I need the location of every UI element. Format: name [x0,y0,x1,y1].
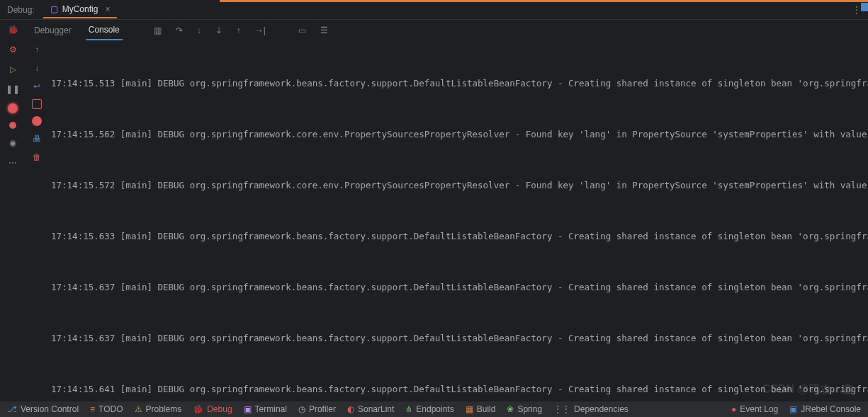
debug-toolwindow-header: Debug: ▢ MyConfig × ⋮ [0,0,868,20]
run-config-tab[interactable]: ▢ MyConfig × [43,1,118,18]
soft-wrap-icon[interactable]: ↩ [31,81,43,92]
status-problems[interactable]: ⚠Problems [135,404,182,414]
status-debug[interactable]: 🐞Debug [193,404,232,414]
layout-icon[interactable]: ▥ [152,25,163,35]
log-line: 17:14:15.637 [main] DEBUG org.springfram… [51,279,868,296]
progress-bar-top [220,0,868,2]
debug-label: Debug: [7,5,35,15]
status-build[interactable]: ▦Build [466,404,496,414]
run-config-title: MyConfig [62,4,98,14]
log-line: 17:14:15.637 [main] DEBUG org.springfram… [51,330,868,347]
settings-icon[interactable]: ⚙ [7,44,18,55]
console-toolbar: ↑ ↓ ↩ 🖶 🗑 [26,41,48,401]
tab-debugger[interactable]: Debugger [31,21,74,40]
status-profiler[interactable]: ◷Profiler [298,404,336,414]
left-toolbar: 🐞 ⚙ ▷ ❚❚ ◉ ⋯ [0,20,26,401]
status-todo[interactable]: ≡TODO [90,404,123,414]
status-terminal[interactable]: ▣Terminal [244,404,287,414]
tab-console[interactable]: Console [86,21,123,40]
debug-tabbar: Debugger Console ▥ ↷ ↓ ⇣ ↑ →| ▭ ☰ [26,20,868,41]
log-line: 17:14:15.633 [main] DEBUG org.springfram… [51,228,868,245]
log-line: 17:14:15.641 [main] DEBUG org.springfram… [51,381,868,398]
status-jrebel[interactable]: ▣JRebel Console [789,404,861,414]
console-output[interactable]: 17:14:15.513 [main] DEBUG org.springfram… [48,41,868,401]
print-icon[interactable]: 🖶 [31,133,43,144]
log-line: 17:14:15.513 [main] DEBUG org.springfram… [51,75,868,92]
camera-icon[interactable]: ◉ [7,137,18,149]
clear-icon[interactable]: 🗑 [31,152,43,163]
status-deps[interactable]: ⋮⋮Dependencies [553,404,629,414]
more-vertical-icon[interactable]: ⋯ [7,157,18,168]
log-line: 17:14:15.572 [main] DEBUG org.springfram… [51,177,868,194]
log-line: 17:14:15.562 [main] DEBUG org.springfram… [51,126,868,143]
evaluate-icon[interactable]: ▭ [297,25,308,35]
step-over-icon[interactable]: ↷ [174,25,184,35]
run-to-cursor-icon[interactable]: →| [254,25,267,35]
bug-icon[interactable]: 🐞 [7,24,18,35]
arrow-down-icon[interactable]: ↓ [31,62,43,74]
arrow-up-icon[interactable]: ↑ [31,44,43,55]
breakpoint-icon[interactable] [8,103,18,113]
status-vcs[interactable]: ⎇Version Control [7,404,79,414]
resume-icon[interactable]: ▷ [7,64,18,75]
scroll-to-end-icon[interactable] [32,99,42,109]
mute-breakpoints-icon[interactable] [9,122,16,129]
status-bar: ⎇Version Control ≡TODO ⚠Problems 🐞Debug … [0,401,868,417]
stop-icon[interactable] [32,116,42,126]
pause-icon[interactable]: ❚❚ [7,84,18,95]
more-icon[interactable]: ⋮ [852,5,861,15]
force-step-into-icon[interactable]: ⇣ [214,25,224,35]
step-out-icon[interactable]: ↑ [235,25,242,35]
status-eventlog[interactable]: ●Event Log [731,404,778,414]
sliders-icon[interactable]: ☰ [319,25,329,35]
close-tab-icon[interactable]: × [105,4,110,14]
status-endpoints[interactable]: ⋔Endpoints [405,404,453,414]
step-into-icon[interactable]: ↓ [196,25,203,35]
class-icon: ▢ [50,4,58,14]
right-margin-strip [861,3,868,11]
status-spring[interactable]: ❀Spring [507,404,542,414]
status-sonar[interactable]: ◐SonarLint [347,404,394,414]
